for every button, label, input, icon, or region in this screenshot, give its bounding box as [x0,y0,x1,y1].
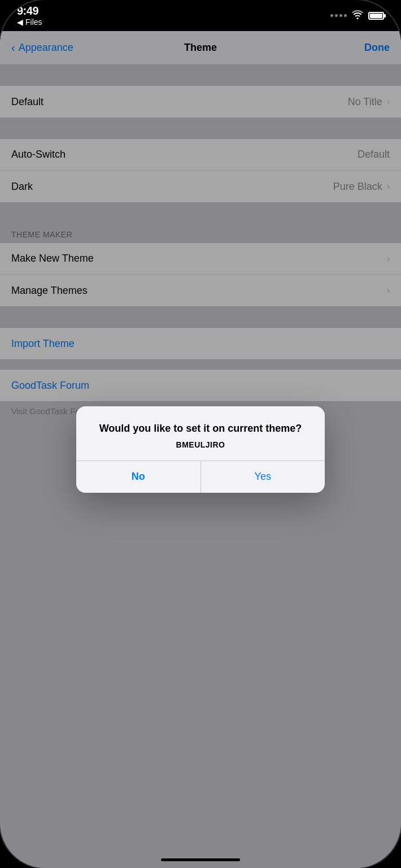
alert-buttons: No Yes [76,461,325,493]
signal-dot-3 [339,14,342,17]
overlay: Would you like to set it on current them… [0,31,401,868]
files-label: Files [25,18,42,27]
notch [127,0,274,21]
alert-title: Would you like to set it on current them… [90,422,311,435]
yes-button[interactable]: Yes [201,461,325,493]
status-right [330,10,384,21]
status-left: 9:49 ◀ Files [17,5,42,27]
wifi-icon [351,10,364,21]
status-time: 9:49 [17,5,38,18]
signal-dots [330,14,347,17]
phone-frame: 9:49 ◀ Files [0,0,401,868]
screen: ‹ Appearance Theme Done Default No Title… [0,31,401,868]
signal-dot-1 [330,14,333,17]
signal-dot-4 [344,14,347,17]
battery-fill [370,14,382,18]
signal-dot-2 [335,14,338,17]
status-files: ◀ Files [17,18,42,27]
alert-subtitle: BMEULJIRO [90,440,311,449]
back-arrow-icon: ◀ [17,18,23,27]
alert-dialog: Would you like to set it on current them… [76,406,325,492]
alert-content: Would you like to set it on current them… [76,406,325,460]
battery-icon [368,12,384,20]
no-button[interactable]: No [76,461,201,493]
